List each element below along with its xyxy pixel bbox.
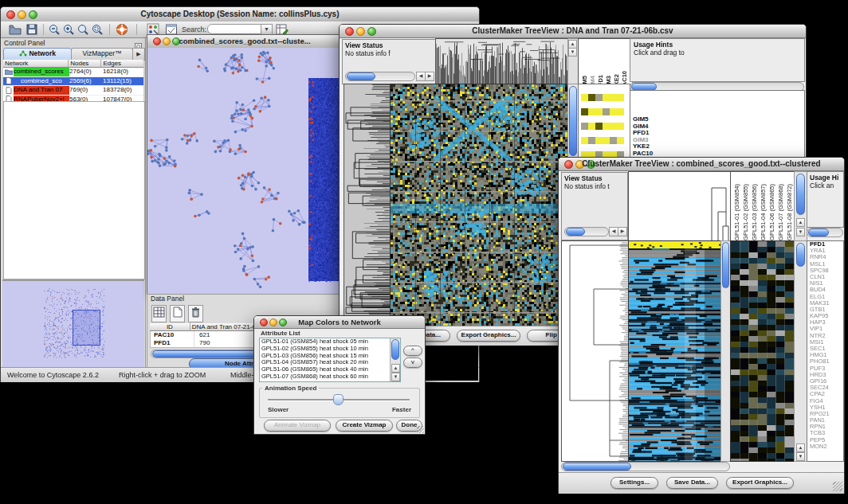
matrix-cell — [588, 94, 595, 101]
treeview2-button-bar: Settings...Save Data...Export Graphics..… — [559, 472, 844, 494]
gene-label[interactable]: GIM3 — [630, 137, 804, 144]
main-titlebar[interactable]: Cytoscape Desktop (Session Name: collins… — [1, 7, 479, 22]
attribute-list-item[interactable]: GPL51-07 (GSM868) heat shock 60 min — [260, 373, 390, 381]
view-status-hscrollbar[interactable] — [345, 72, 415, 81]
network-table-row[interactable]: combined_sco2569(6)13112(15) — [3, 77, 143, 87]
search-label: Search: — [182, 25, 206, 33]
attribute-list-item[interactable]: GPL51-06 (GSM865) heat shock 40 min — [260, 366, 390, 373]
treeview2-zoom-vscrollbar[interactable]: ▲ ▼ — [794, 240, 807, 462]
gene-label[interactable]: MON2 — [807, 443, 843, 450]
create-vizmap-button[interactable]: Create Vizmap — [336, 420, 393, 432]
column-label: GPL51-01 (GSM854) — [732, 184, 741, 240]
network-table-row[interactable]: DNA and Tran 07769(0)183728(0) — [3, 86, 143, 96]
gene-label[interactable]: PFD1 — [630, 130, 804, 137]
network-overview-panel[interactable] — [2, 279, 144, 369]
treeview2-usage-hscrollbar[interactable] — [807, 228, 843, 237]
zoom-in-icon[interactable] — [62, 23, 75, 39]
resize-grip[interactable] — [417, 426, 424, 433]
treeview1-row-dendrogram[interactable] — [344, 84, 391, 327]
move-down-button[interactable]: v — [403, 357, 422, 368]
status-center: Right-click + drag to ZOOM — [119, 371, 206, 379]
treeview2-row-dendrogram[interactable] — [561, 240, 629, 462]
attribute-list-item[interactable]: GPL51-01 (GSM854) heat shock 05 min — [260, 338, 390, 346]
tab-vizmapper[interactable]: VizMapper™ — [71, 48, 133, 61]
column-label: GPL51-07 (GSM868) — [776, 184, 785, 240]
help-icon[interactable] — [116, 23, 128, 39]
treeview2-column-dendrogram[interactable] — [628, 171, 731, 241]
attribute-list-item[interactable]: GPL51-03 (GSM856) heat shock 15 min — [260, 353, 390, 360]
view-status-hscrollbar[interactable] — [564, 227, 609, 236]
matrix-cell — [617, 94, 624, 101]
attribute-list-item[interactable]: GPL51-04 (GSM857) heat shock 20 min — [260, 359, 390, 366]
treeview-button[interactable]: Export Graphics... — [726, 477, 794, 489]
network-edges-count: 13112(15) — [103, 77, 144, 86]
attribute-list-item[interactable]: GPL51-02 (GSM855) heat shock 10 min — [260, 346, 390, 353]
search-input[interactable] — [207, 24, 263, 34]
new-attribute-icon[interactable] — [170, 305, 185, 322]
usage-hints-title: Usage Hi — [810, 174, 842, 182]
treeview-button[interactable]: Settings... — [610, 477, 658, 489]
treeview2-hscrollbar[interactable] — [561, 462, 730, 471]
network-tree-empty-area[interactable] — [3, 101, 145, 279]
zoom-out-icon[interactable] — [48, 23, 61, 39]
matrix-cell — [581, 123, 588, 130]
speed-slider-thumb[interactable] — [333, 394, 344, 405]
network-edges-count: 183728(0) — [103, 86, 144, 95]
attribute-list[interactable]: GPL51-01 (GSM854) heat shock 05 minGPL51… — [259, 338, 401, 382]
animation-speed-label: Animation Speed — [262, 385, 319, 392]
view-status-text: No status info t — [564, 182, 625, 190]
treeview1-column-dendrogram[interactable] — [435, 38, 568, 84]
gene-label[interactable]: GIM4 — [630, 123, 804, 131]
zoom-fit-icon[interactable] — [77, 23, 89, 39]
treeview2-global-heatmap[interactable] — [628, 240, 721, 462]
scroll-down-icon[interactable]: ▼ — [796, 228, 805, 236]
gene-label[interactable]: YKE2 — [630, 143, 804, 150]
column-label: GPL51-06 (GSM865) — [768, 184, 776, 240]
treeview-button[interactable]: Export Graphics... — [457, 330, 520, 342]
network-name: combined_sco — [14, 77, 69, 86]
treeview2-collabel-vscrollbar[interactable]: ▲ ▼ — [794, 171, 807, 241]
treeview2-zoom-heatmap[interactable] — [730, 240, 795, 462]
treeview2-titlebar[interactable]: ClusterMaker TreeView : combined_scores_… — [559, 158, 844, 171]
treeview1-top-scroll-strip[interactable]: ▲ ▼ — [567, 38, 579, 84]
scroll-down-icon[interactable]: ▼ — [796, 452, 805, 461]
treeview1-global-heatmap[interactable] — [390, 84, 568, 327]
tab-network[interactable]: Network — [3, 48, 72, 61]
scroll-right-icon[interactable]: ▶ — [425, 72, 434, 81]
network-table: combined_scores2764(0)16218(0)combined_s… — [3, 68, 143, 104]
save-icon[interactable] — [26, 23, 38, 39]
open-file-icon[interactable] — [9, 23, 22, 39]
resize-grip[interactable] — [833, 482, 842, 491]
network-view-titlebar[interactable]: combined_scores_good.txt--cluste... — [147, 35, 342, 49]
folder-icon — [3, 68, 14, 75]
dialog-titlebar[interactable]: Map Colors to Network — [254, 316, 425, 329]
delete-attribute-trash-icon[interactable] — [188, 305, 203, 322]
network-canvas[interactable] — [147, 48, 342, 294]
tab-overflow-button[interactable]: ▶ — [132, 48, 145, 61]
zoom-selected-icon[interactable] — [91, 23, 104, 39]
usage-hints-title: Usage Hints — [634, 41, 673, 49]
network-nodes-count: 2764(0) — [69, 68, 103, 76]
table-mode-icon[interactable] — [151, 305, 167, 322]
animation-speed-group: Animation Speed Slower Faster — [259, 388, 420, 418]
scroll-up-icon[interactable]: ▲ — [391, 364, 400, 373]
scroll-up-icon[interactable]: ▲ — [796, 218, 805, 227]
network-edges-count: 16218(0) — [103, 68, 144, 76]
scroll-up-icon[interactable]: ▲ — [796, 443, 805, 452]
network-table-row[interactable]: combined_scores2764(0)16218(0) — [3, 68, 143, 77]
scroll-down-icon[interactable]: ▼ — [391, 373, 400, 381]
matrix-cell — [603, 137, 610, 144]
move-up-button[interactable]: ^ — [403, 346, 422, 356]
treeview1-titlebar[interactable]: ClusterMaker TreeView : DNA and Tran 07-… — [340, 25, 806, 38]
scroll-down-icon[interactable]: ▼ — [568, 48, 577, 57]
treeview-window-combined: ClusterMaker TreeView : combined_scores_… — [558, 157, 845, 494]
gene-label[interactable]: GIM5 — [630, 116, 804, 123]
scroll-right-icon[interactable]: ▶ — [618, 227, 627, 236]
row-id: PAC10 — [151, 331, 194, 339]
treeview1-zoom-matrix[interactable] — [581, 94, 624, 137]
matrix-cell — [610, 94, 617, 101]
treeview2-gene-list-panel: PFD1YRA1RNR4MSL1SPC98CLN1NIS1BUD4ELG1MAK… — [807, 240, 844, 462]
treeview-button[interactable]: Save Data... — [666, 477, 718, 489]
matrix-cell — [588, 123, 595, 130]
attribute-list-vscrollbar[interactable]: ▲ ▼ — [390, 338, 400, 381]
